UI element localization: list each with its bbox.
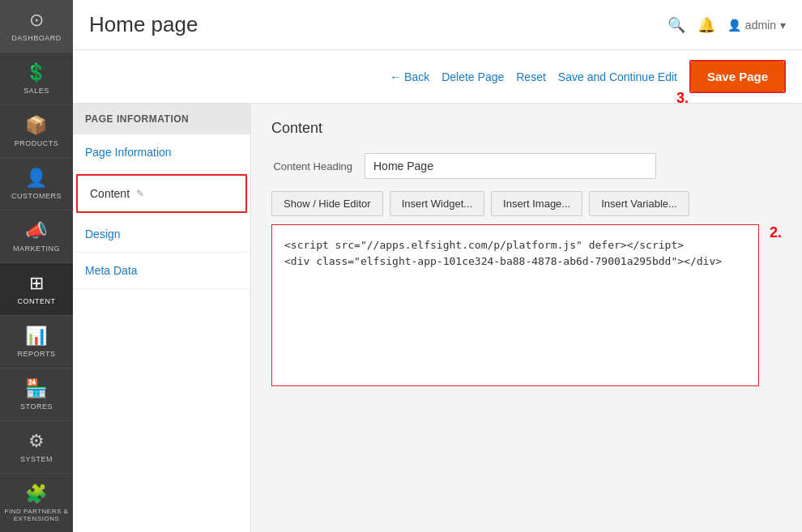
main-content: Home page 🔍 🔔 👤 admin ▾ ← Back Delete Pa… [73, 0, 802, 532]
sidebar-label-products: Products [15, 139, 59, 147]
bell-icon[interactable]: 🔔 [697, 16, 715, 34]
section-title: Content [271, 120, 782, 137]
delete-page-button[interactable]: Delete Page [442, 70, 504, 83]
admin-label: admin [745, 19, 776, 32]
customers-icon: 👤 [25, 168, 48, 189]
nav-item-design[interactable]: Design [73, 216, 250, 253]
annotation-2: 2. [770, 224, 782, 241]
sidebar-item-sales[interactable]: 💲 Sales [0, 53, 73, 105]
sidebar-label-customers: Customers [11, 192, 62, 200]
search-icon[interactable]: 🔍 [668, 16, 685, 34]
content-area: PAGE INFORMATION Page Information 1. Con… [73, 104, 802, 532]
show-hide-editor-button[interactable]: Show / Hide Editor [271, 191, 383, 216]
sidebar-item-content[interactable]: ⊞ Content [0, 263, 73, 316]
user-icon: 👤 [727, 19, 741, 32]
sidebar-label-sales: Sales [23, 87, 49, 95]
admin-menu[interactable]: 👤 admin ▾ [727, 19, 786, 32]
sidebar-item-products[interactable]: 📦 Products [0, 105, 73, 158]
system-icon: ⚙ [28, 431, 45, 452]
sidebar-label-system: System [20, 455, 53, 463]
sidebar-label-stores: Stores [20, 402, 53, 411]
sidebar-item-system[interactable]: ⚙ System [0, 421, 73, 474]
sidebar-label-content: Content [18, 297, 56, 305]
form-row: Content Heading [271, 153, 782, 179]
panel-section-header: PAGE INFORMATION [73, 104, 250, 134]
save-continue-button[interactable]: Save and Continue Edit [558, 70, 677, 83]
sales-icon: 💲 [25, 62, 48, 83]
code-line-1: <script src="//apps.elfsight.com/p/platf… [284, 237, 746, 253]
sidebar-label-marketing: Marketing [13, 245, 60, 253]
meta-data-label: Meta Data [85, 264, 138, 277]
nav-item-page-information[interactable]: Page Information [73, 134, 250, 171]
sidebar-item-marketing[interactable]: 📣 Marketing [0, 211, 73, 263]
code-line-2: <div class="elfsight-app-101ce324-ba88-4… [284, 253, 746, 270]
insert-variable-button[interactable]: Insert Variable... [589, 191, 689, 216]
reset-button[interactable]: Reset [516, 70, 546, 83]
save-page-button[interactable]: Save Page [691, 62, 784, 92]
action-bar: ← Back Delete Page Reset Save and Contin… [73, 50, 802, 104]
sidebar-item-find-partners[interactable]: 🧩 Find Partners & Extensions [0, 474, 73, 532]
reports-icon: 📊 [25, 326, 48, 347]
sidebar-item-dashboard[interactable]: ⊙ Dashboard [0, 0, 73, 53]
edit-icon: ✎ [136, 188, 144, 199]
sidebar-item-customers[interactable]: 👤 Customers [0, 158, 73, 211]
nav-item-meta-data[interactable]: Meta Data [73, 253, 250, 289]
right-panel: Content Content Heading Show / Hide Edit… [251, 104, 802, 532]
header-actions: 🔍 🔔 👤 admin ▾ [668, 16, 786, 34]
insert-image-button[interactable]: Insert Image... [491, 191, 582, 216]
sidebar-item-reports[interactable]: 📊 Reports [0, 316, 73, 368]
sidebar-label-reports: Reports [18, 350, 56, 358]
sidebar-label-dashboard: Dashboard [11, 34, 62, 42]
dashboard-icon: ⊙ [29, 10, 45, 31]
top-header: Home page 🔍 🔔 👤 admin ▾ [73, 0, 802, 50]
left-panel: PAGE INFORMATION Page Information 1. Con… [73, 104, 251, 532]
insert-widget-button[interactable]: Insert Widget... [390, 191, 484, 216]
nav-item-content[interactable]: Content ✎ [76, 174, 247, 213]
products-icon: 📦 [25, 115, 48, 136]
content-heading-input[interactable] [365, 153, 656, 179]
save-page-border: Save Page [689, 60, 786, 93]
marketing-icon: 📣 [25, 220, 48, 241]
back-button[interactable]: ← Back [390, 70, 429, 83]
chevron-down-icon: ▾ [780, 19, 786, 32]
stores-icon: 🏪 [25, 378, 48, 399]
sidebar-item-stores[interactable]: 🏪 Stores [0, 368, 73, 421]
code-editor[interactable]: <script src="//apps.elfsight.com/p/platf… [271, 224, 759, 386]
content-heading-label: Content Heading [271, 160, 352, 172]
page-title: Home page [89, 12, 198, 37]
sidebar: ⊙ Dashboard 💲 Sales 📦 Products 👤 Custome… [0, 0, 73, 532]
content-nav-label: Content [90, 187, 130, 200]
code-editor-wrapper: <script src="//apps.elfsight.com/p/platf… [271, 224, 782, 386]
design-label: Design [85, 228, 121, 240]
content-icon: ⊞ [29, 273, 45, 294]
editor-toolbar: Show / Hide Editor Insert Widget... Inse… [271, 191, 782, 216]
sidebar-label-find-partners: Find Partners & Extensions [4, 508, 69, 522]
annotation-3: 3. [676, 90, 689, 107]
nav-item-content-wrapper: 1. Content ✎ [73, 171, 250, 216]
find-partners-icon: 🧩 [25, 483, 48, 504]
page-information-label: Page Information [85, 146, 172, 159]
